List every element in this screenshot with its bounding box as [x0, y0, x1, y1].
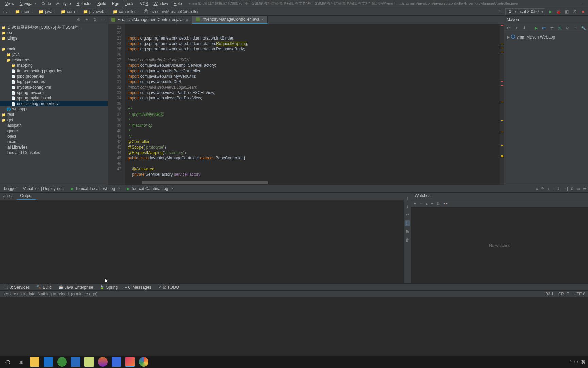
back-icon[interactable]: ↰	[497, 9, 503, 15]
down-icon[interactable]: ↓	[406, 204, 408, 209]
menu-vcs[interactable]: VCS	[137, 1, 151, 7]
download-icon[interactable]: ⬇	[522, 25, 527, 31]
force-step-icon[interactable]: ⇓	[557, 186, 560, 191]
mail-icon[interactable]	[44, 357, 53, 367]
minimize-icon[interactable]: —	[581, 1, 585, 6]
tree-row[interactable]: m.xml	[0, 139, 108, 144]
breadcrumb[interactable]: Ⓒ InventoryManageController	[143, 9, 200, 14]
add-watch-icon[interactable]: +	[414, 201, 416, 206]
maven-tree[interactable]: ▶ ⓜ vmm Maven Webapp	[504, 32, 588, 42]
project-tree[interactable]: 📁D:\项目录制视频\ [C00076] 基于SSM的...📁ea📁ttings…	[0, 24, 108, 185]
breadcrumb[interactable]: 📁 com〉	[59, 9, 82, 14]
error-mark[interactable]	[501, 85, 503, 86]
code-editor[interactable]: 2122232425262728293031323334353637383940…	[108, 24, 504, 185]
copy-icon[interactable]: ⧉	[437, 201, 440, 206]
evaluate-icon[interactable]: ⧉	[571, 186, 574, 191]
error-mark[interactable]	[501, 25, 503, 26]
tree-row[interactable]: 📄spring-mybatis.xml	[0, 95, 108, 101]
warning-mark[interactable]	[501, 155, 503, 157]
tree-row[interactable]: oject	[0, 134, 108, 139]
tree-row[interactable]: 📄spring-mvc.xml	[0, 90, 108, 95]
m-icon[interactable]: m	[541, 25, 546, 31]
coverage-icon[interactable]: ◧	[564, 9, 570, 15]
menu-build[interactable]: Build	[95, 1, 109, 7]
remove-watch-icon[interactable]: −	[420, 201, 422, 206]
cycle-icon[interactable]: ⟲	[557, 25, 562, 31]
glasses-icon[interactable]: 👓	[443, 201, 448, 206]
step-out-icon[interactable]: ↑	[552, 186, 554, 191]
editor-tab[interactable]: FinancialManagementController.java✕	[108, 16, 192, 24]
tree-row[interactable]: 📁main	[0, 46, 108, 52]
start-icon[interactable]: ◯	[3, 357, 12, 367]
step-over-icon[interactable]: ↷	[541, 186, 544, 191]
editor-tab[interactable]: InventoryManageController.java✕	[192, 16, 268, 24]
collapse-icon[interactable]: ÷	[84, 17, 90, 23]
tree-row[interactable]: 📄log4j.properties	[0, 79, 108, 85]
close-icon[interactable]: ✕	[261, 18, 264, 21]
menu-refactor[interactable]: Refactor	[74, 1, 95, 7]
menu-navigate[interactable]: Navigate	[17, 1, 38, 7]
explorer-icon[interactable]	[30, 357, 39, 367]
notepad-icon[interactable]	[84, 357, 94, 367]
ime-icon[interactable]: 英	[581, 359, 585, 365]
tree-row[interactable]: 📄mybatis-config.xml	[0, 85, 108, 90]
tree-row[interactable]: 📁ea	[0, 30, 108, 35]
build-button[interactable]: 🔨 Build	[34, 285, 54, 290]
system-tray[interactable]: ^ 中 英	[570, 359, 585, 365]
collapse-icon[interactable]: ≡	[573, 25, 578, 31]
caret-position[interactable]: 33:1	[545, 292, 553, 296]
tree-row[interactable]	[0, 41, 108, 46]
stop-icon[interactable]: ■	[580, 9, 586, 15]
run-icon[interactable]: ▶	[534, 25, 539, 31]
messages-button[interactable]: ≡ 0: Messages	[122, 285, 154, 290]
add-icon[interactable]: +	[514, 25, 519, 31]
tree-row[interactable]: 📁test	[0, 112, 108, 117]
hide-icon[interactable]: —	[100, 17, 106, 23]
menu-help[interactable]: Help	[171, 1, 185, 7]
tree-row[interactable]: 📁get	[0, 117, 108, 123]
target-icon[interactable]: ⊕	[76, 17, 82, 23]
menu-code[interactable]: Code	[38, 1, 54, 7]
clear-icon[interactable]: 🗑	[405, 237, 409, 242]
java-enterprise-button[interactable]: ☕ Java Enterprise	[56, 285, 96, 290]
variables-tab[interactable]: Variables | Deployment	[20, 186, 67, 192]
warning-mark[interactable]	[501, 132, 503, 132]
menu-run[interactable]: Run	[109, 1, 122, 7]
down-icon[interactable]: ▾	[431, 201, 433, 206]
chevron-up-icon[interactable]: ^	[570, 359, 572, 364]
app-icon[interactable]	[57, 357, 67, 367]
up-icon[interactable]: ▴	[426, 201, 428, 206]
chrome-icon[interactable]	[139, 357, 148, 367]
tree-row[interactable]: 📁mapping	[0, 63, 108, 68]
code-content[interactable]: import org.springframework.web.bind.anno…	[125, 24, 500, 185]
app-icon[interactable]	[71, 357, 80, 367]
output-tab[interactable]: Output	[17, 193, 36, 200]
frames-icon[interactable]: ▭	[576, 186, 580, 191]
run-configuration-select[interactable]: ⚙ Tomcat 8.0.50	[505, 8, 545, 15]
tree-row[interactable]: 📄ffmpeg-setting.properties	[0, 68, 108, 74]
tree-row[interactable]: gnore	[0, 128, 108, 134]
file-encoding[interactable]: UTF-8	[574, 292, 585, 296]
warning-mark[interactable]	[501, 44, 503, 44]
intellij-icon[interactable]	[125, 357, 135, 367]
wrench-icon[interactable]: 🔧	[581, 25, 586, 31]
skip-icon[interactable]: ⊘	[565, 25, 570, 31]
menu-tools[interactable]: Tools	[122, 1, 137, 7]
tree-row[interactable]: 📄user-setting.properties	[0, 101, 108, 106]
breadcrumb[interactable]: 📁 javaweb〉	[82, 9, 111, 14]
tree-row[interactable]: 📁ttings	[0, 35, 108, 41]
gear-icon[interactable]: ⚙	[92, 17, 98, 23]
spring-button[interactable]: 🍃 Spring	[97, 285, 120, 290]
tree-row[interactable]: asspath	[0, 123, 108, 128]
warning-mark[interactable]	[501, 48, 503, 48]
menu-window[interactable]: Window	[151, 1, 171, 7]
layout-icon[interactable]: ≡	[536, 186, 538, 191]
threads-icon[interactable]: ☰	[583, 186, 587, 191]
error-mark[interactable]	[501, 81, 503, 82]
breadcrumb[interactable]: rc〉	[2, 9, 14, 14]
tree-row[interactable]: hes and Consoles	[0, 150, 108, 155]
tree-row[interactable]: 📁D:\项目录制视频\ [C00076] 基于SSM的...	[0, 25, 108, 30]
services-button[interactable]: ⬚ 8: Services	[2, 285, 32, 290]
debug-icon[interactable]: 🐞	[555, 9, 561, 15]
warning-mark[interactable]	[501, 120, 503, 121]
